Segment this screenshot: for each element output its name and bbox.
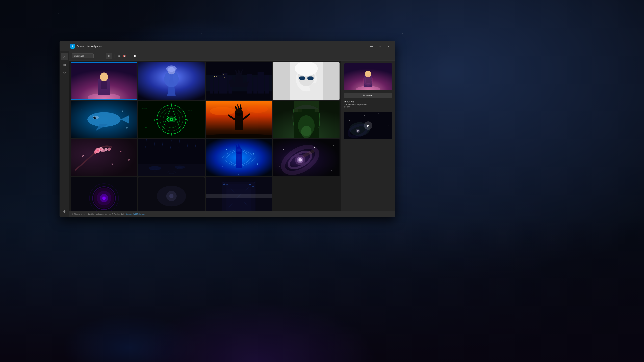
sidebar-item-favorites[interactable]: ☆ [61, 69, 68, 76]
svg-rect-155 [223, 184, 225, 185]
gallery-item[interactable] [206, 101, 272, 138]
svg-point-171 [378, 114, 378, 114]
gallery-item[interactable] [71, 177, 137, 211]
volume-fill [127, 56, 134, 56]
volume-slider[interactable] [127, 56, 144, 56]
svg-text:⊗: ⊗ [170, 134, 172, 136]
info-icon: ℹ [72, 213, 73, 215]
svg-point-132 [325, 155, 325, 156]
maximize-button[interactable]: □ [376, 43, 384, 49]
back-button[interactable]: ← [62, 43, 68, 49]
volume-thumb [134, 55, 136, 57]
svg-point-113 [149, 166, 161, 170]
sidebar-item-settings[interactable]: ⚙ [61, 208, 68, 215]
svg-rect-158 [252, 186, 254, 187]
showcase-dropdown[interactable]: Showcase ▾ [72, 53, 94, 58]
gallery-item[interactable] [206, 139, 272, 177]
gallery-item[interactable] [138, 62, 205, 100]
svg-point-63 [185, 118, 187, 120]
window-controls: — □ ✕ [368, 43, 392, 49]
svg-rect-4 [101, 81, 107, 89]
uploader-name: hayatpower [357, 103, 367, 106]
gallery-item-inner [206, 139, 272, 177]
svg-point-172 [387, 117, 387, 117]
svg-point-174 [388, 126, 389, 126]
app-window: ← 🖥 Desktop Live Wallpapers — □ ✕ ⌂ ▦ ☆ … [60, 41, 395, 217]
svg-rect-15 [222, 73, 228, 93]
gallery-item[interactable]: ⊕ ⊗ ⊕ ⊗ YAKO T [138, 101, 205, 138]
svg-text:YAKO TP: YAKO TP [142, 108, 147, 109]
svg-text:ABD LEX: ABD LEX [188, 110, 192, 111]
svg-point-136 [333, 145, 334, 145]
svg-rect-156 [226, 184, 228, 185]
svg-point-65 [170, 133, 172, 135]
svg-point-94 [108, 147, 111, 151]
gallery-item[interactable] [71, 101, 137, 138]
svg-rect-24 [214, 76, 215, 77]
svg-point-135 [279, 166, 280, 166]
video-preview[interactable]: ▶ [344, 112, 392, 139]
download-button[interactable]: Download [344, 93, 392, 98]
gallery-item-inner [71, 139, 137, 177]
minimize-button[interactable]: — [368, 43, 376, 49]
showcase-label: Showcase [74, 55, 84, 57]
svg-point-92 [101, 149, 105, 152]
gallery-item[interactable] [273, 101, 340, 138]
gallery-item[interactable] [206, 62, 272, 100]
source-link[interactable]: Source [344, 106, 392, 108]
gallery-item-inner [206, 101, 272, 138]
svg-point-48 [126, 127, 128, 129]
svg-rect-12 [210, 79, 213, 93]
desktop-landscape [0, 217, 644, 362]
source-link[interactable]: Source: Ani-Motion.net [126, 213, 145, 215]
pause-button[interactable]: ⏸ [98, 53, 104, 59]
view-toggle-button[interactable]: ⊞ [106, 53, 112, 59]
gallery-item[interactable] [138, 177, 205, 211]
svg-point-3 [100, 72, 108, 81]
toolbar: Showcase ▾ ⏸ ⊞ 1x 🔇 ··· [69, 51, 395, 61]
volume-icon: 🔇 [123, 55, 126, 57]
sidebar-item-stats[interactable]: ▦ [61, 61, 68, 68]
more-options-button[interactable]: ··· [387, 54, 392, 58]
svg-point-114 [175, 165, 185, 169]
gallery-item[interactable] [71, 62, 137, 100]
svg-point-121 [253, 153, 254, 154]
gallery-item[interactable] [273, 139, 340, 177]
status-bar: ℹ Choose from our best live wallpapers f… [69, 211, 395, 217]
svg-point-91 [94, 150, 97, 154]
svg-rect-86 [298, 109, 302, 112]
play-button[interactable]: ▶ [364, 121, 372, 130]
wallpaper-info: küçük kız Uploaded By: hayatpower Source [344, 100, 392, 108]
svg-point-131 [314, 147, 315, 148]
svg-point-173 [349, 120, 350, 121]
wallpaper-title: küçük kız [344, 100, 392, 103]
gallery-item[interactable] [138, 139, 205, 177]
close-button[interactable]: ✕ [384, 43, 392, 49]
svg-point-9 [166, 65, 177, 72]
gallery-item-inner [273, 62, 340, 100]
svg-rect-112 [138, 164, 205, 176]
gallery-item-inner [273, 101, 340, 138]
gallery-grid: ⊕ ⊗ ⊕ ⊗ YAKO T [71, 62, 340, 211]
gallery-item[interactable] [206, 177, 272, 211]
gallery-item-inner [138, 177, 205, 211]
svg-point-46 [122, 110, 123, 112]
svg-point-62 [170, 104, 172, 106]
svg-rect-25 [216, 76, 217, 77]
svg-point-93 [105, 148, 108, 151]
gallery-item-inner [71, 177, 137, 211]
svg-point-123 [257, 163, 258, 164]
gallery-item[interactable] [273, 62, 340, 100]
svg-rect-159 [206, 194, 272, 198]
gallery-item-inner [206, 177, 272, 211]
sidebar-item-home[interactable]: ⌂ [61, 53, 68, 60]
speed-label: 1x [117, 55, 122, 57]
wallpaper-uploader: Uploaded By: hayatpower [344, 103, 392, 106]
svg-text:YAKO: YAKO [144, 127, 147, 128]
svg-point-71 [247, 105, 268, 113]
svg-point-147 [170, 194, 174, 198]
svg-rect-20 [265, 75, 269, 93]
svg-rect-14 [219, 77, 222, 93]
gallery-item-inner [138, 139, 205, 177]
gallery-item[interactable] [71, 139, 137, 177]
